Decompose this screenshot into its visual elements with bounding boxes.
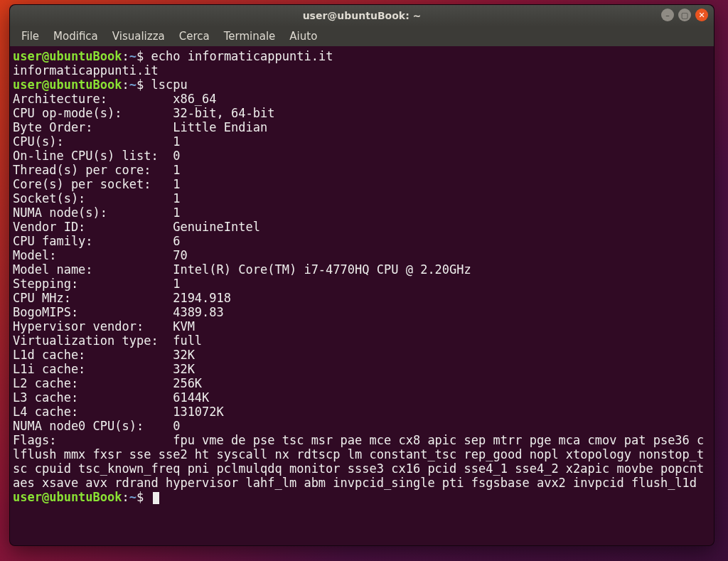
line-cmd-1: user@ubuntuBook:~$ echo informaticappunt…: [13, 49, 711, 63]
close-icon: ✕: [698, 11, 705, 20]
cursor: [153, 492, 159, 504]
menu-search[interactable]: Cerca: [172, 28, 217, 45]
window-title: user@ubuntuBook: ~: [10, 10, 714, 21]
lscpu-row: L1i cache: 32K: [13, 362, 711, 376]
lscpu-row: L3 cache: 6144K: [13, 390, 711, 405]
lscpu-row: L4 cache: 131072K: [13, 405, 711, 419]
lscpu-row: Hypervisor vendor: KVM: [13, 319, 711, 333]
prompt-path: ~: [129, 490, 136, 504]
menu-edit[interactable]: Modifica: [46, 28, 105, 45]
line-cmd-2: user@ubuntuBook:~$ lscpu: [13, 78, 711, 92]
lscpu-row: L1d cache: 32K: [13, 348, 711, 362]
lscpu-row: Model name: Intel(R) Core(TM) i7-4770HQ …: [13, 262, 711, 277]
menu-file[interactable]: File: [14, 28, 46, 45]
lscpu-row: Virtualization type: full: [13, 333, 711, 348]
line-output-1: informaticappunti.it: [13, 63, 711, 78]
lscpu-row: Architecture: x86_64: [13, 92, 711, 106]
command-text: lscpu: [151, 78, 188, 92]
titlebar[interactable]: user@ubuntuBook: ~ – ▢ ✕: [10, 5, 714, 26]
lscpu-row: CPU MHz: 2194.918: [13, 291, 711, 305]
lscpu-row: L2 cache: 256K: [13, 376, 711, 390]
terminal-window: user@ubuntuBook: ~ – ▢ ✕ File Modifica V…: [9, 4, 714, 546]
lscpu-row: CPU(s): 1: [13, 134, 711, 149]
lscpu-row: Vendor ID: GenuineIntel: [13, 220, 711, 234]
prompt-path: ~: [129, 78, 136, 92]
terminal-area[interactable]: user@ubuntuBook:~$ echo informaticappunt…: [10, 46, 714, 545]
lscpu-row: CPU family: 6: [13, 234, 711, 248]
close-button[interactable]: ✕: [695, 9, 708, 21]
prompt-dollar: $: [136, 49, 144, 63]
lscpu-row: CPU op-mode(s): 32-bit, 64-bit: [13, 106, 711, 120]
maximize-button[interactable]: ▢: [678, 9, 691, 21]
lscpu-row: Stepping: 1: [13, 277, 711, 291]
line-prompt-empty: user@ubuntuBook:~$: [13, 490, 711, 504]
lscpu-row: Byte Order: Little Endian: [13, 120, 711, 134]
lscpu-flags: Flags: fpu vme de pse tsc msr pae mce cx…: [13, 433, 711, 490]
lscpu-row: Socket(s): 1: [13, 191, 711, 205]
window-buttons: – ▢ ✕: [661, 9, 708, 21]
lscpu-row: NUMA node0 CPU(s): 0: [13, 419, 711, 433]
prompt-path: ~: [129, 49, 136, 63]
lscpu-row: Model: 70: [13, 248, 711, 262]
menu-terminal[interactable]: Terminale: [217, 28, 283, 45]
lscpu-row: Thread(s) per core: 1: [13, 163, 711, 177]
prompt-userhost: user@ubuntuBook: [13, 78, 122, 92]
command-text: echo informaticappunti.it: [151, 49, 333, 63]
prompt-userhost: user@ubuntuBook: [13, 490, 122, 504]
menu-help[interactable]: Aiuto: [282, 28, 324, 45]
menubar: File Modifica Visualizza Cerca Terminale…: [10, 26, 714, 46]
prompt-dollar: $: [136, 78, 144, 92]
minimize-button[interactable]: –: [661, 9, 674, 21]
lscpu-row: On-line CPU(s) list: 0: [13, 149, 711, 163]
prompt-dollar: $: [136, 490, 144, 504]
lscpu-row: BogoMIPS: 4389.83: [13, 305, 711, 319]
lscpu-row: Core(s) per socket: 1: [13, 177, 711, 191]
lscpu-row: NUMA node(s): 1: [13, 205, 711, 220]
minimize-icon: –: [665, 11, 670, 20]
prompt-userhost: user@ubuntuBook: [13, 49, 122, 63]
maximize-icon: ▢: [681, 11, 688, 20]
menu-view[interactable]: Visualizza: [105, 28, 172, 45]
